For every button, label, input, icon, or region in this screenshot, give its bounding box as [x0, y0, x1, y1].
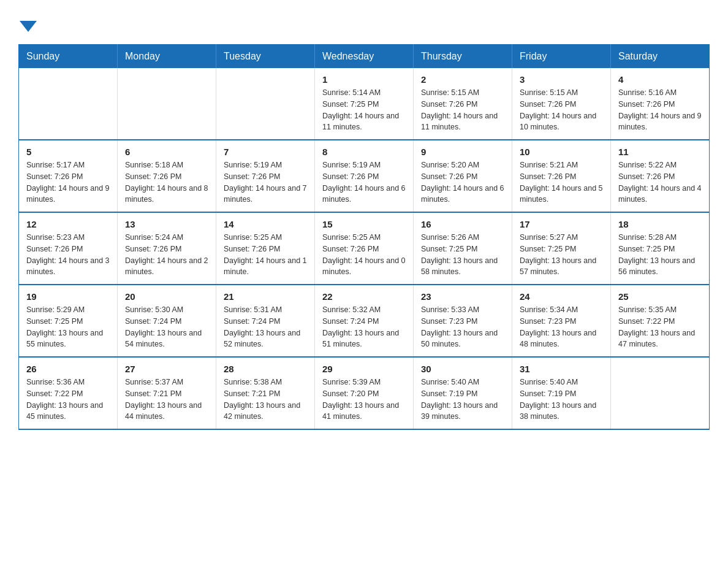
- calendar-cell: [19, 68, 118, 140]
- day-info: Sunrise: 5:25 AM Sunset: 7:26 PM Dayligh…: [224, 232, 307, 278]
- day-number: 6: [125, 147, 208, 157]
- day-info: Sunrise: 5:26 AM Sunset: 7:25 PM Dayligh…: [421, 232, 504, 278]
- day-number: 25: [618, 291, 702, 302]
- day-info: Sunrise: 5:22 AM Sunset: 7:26 PM Dayligh…: [618, 159, 702, 205]
- day-info: Sunrise: 5:16 AM Sunset: 7:26 PM Dayligh…: [618, 87, 702, 133]
- day-info: Sunrise: 5:15 AM Sunset: 7:26 PM Dayligh…: [421, 87, 504, 133]
- calendar-cell: 18Sunrise: 5:28 AM Sunset: 7:25 PM Dayli…: [611, 212, 710, 285]
- day-number: 30: [421, 364, 504, 374]
- calendar-cell: 31Sunrise: 5:40 AM Sunset: 7:19 PM Dayli…: [512, 357, 611, 429]
- calendar-cell: 2Sunrise: 5:15 AM Sunset: 7:26 PM Daylig…: [414, 68, 512, 140]
- day-info: Sunrise: 5:28 AM Sunset: 7:25 PM Dayligh…: [618, 232, 702, 278]
- calendar-cell: 24Sunrise: 5:34 AM Sunset: 7:23 PM Dayli…: [512, 285, 611, 357]
- day-info: Sunrise: 5:25 AM Sunset: 7:26 PM Dayligh…: [322, 232, 406, 278]
- calendar-cell: 3Sunrise: 5:15 AM Sunset: 7:26 PM Daylig…: [512, 68, 611, 140]
- day-info: Sunrise: 5:21 AM Sunset: 7:26 PM Dayligh…: [520, 159, 603, 205]
- day-number: 17: [520, 219, 603, 229]
- logo-triangle-icon: [20, 21, 37, 32]
- calendar-cell: 20Sunrise: 5:30 AM Sunset: 7:24 PM Dayli…: [118, 285, 216, 357]
- calendar-cell: 21Sunrise: 5:31 AM Sunset: 7:24 PM Dayli…: [216, 285, 315, 357]
- logo: [18, 18, 37, 32]
- day-info: Sunrise: 5:31 AM Sunset: 7:24 PM Dayligh…: [224, 304, 307, 350]
- day-info: Sunrise: 5:19 AM Sunset: 7:26 PM Dayligh…: [322, 159, 406, 205]
- calendar-cell: 17Sunrise: 5:27 AM Sunset: 7:25 PM Dayli…: [512, 212, 611, 285]
- day-info: Sunrise: 5:37 AM Sunset: 7:21 PM Dayligh…: [125, 377, 208, 423]
- day-number: 18: [618, 219, 702, 229]
- calendar-cell: 16Sunrise: 5:26 AM Sunset: 7:25 PM Dayli…: [414, 212, 512, 285]
- day-number: 27: [125, 364, 208, 374]
- day-number: 16: [421, 219, 504, 229]
- day-info: Sunrise: 5:19 AM Sunset: 7:26 PM Dayligh…: [224, 159, 307, 205]
- calendar-cell: 23Sunrise: 5:33 AM Sunset: 7:23 PM Dayli…: [414, 285, 512, 357]
- day-number: 1: [322, 74, 406, 85]
- day-number: 31: [520, 364, 603, 374]
- calendar-cell: [611, 357, 710, 429]
- week-row-3: 12Sunrise: 5:23 AM Sunset: 7:26 PM Dayli…: [19, 212, 710, 285]
- day-number: 9: [421, 147, 504, 157]
- day-info: Sunrise: 5:33 AM Sunset: 7:23 PM Dayligh…: [421, 304, 504, 350]
- calendar-cell: 5Sunrise: 5:17 AM Sunset: 7:26 PM Daylig…: [19, 140, 118, 212]
- week-row-4: 19Sunrise: 5:29 AM Sunset: 7:25 PM Dayli…: [19, 285, 710, 357]
- calendar-cell: 1Sunrise: 5:14 AM Sunset: 7:25 PM Daylig…: [315, 68, 414, 140]
- day-number: 4: [618, 74, 702, 85]
- day-number: 11: [618, 147, 702, 157]
- calendar-cell: 26Sunrise: 5:36 AM Sunset: 7:22 PM Dayli…: [19, 357, 118, 429]
- day-info: Sunrise: 5:20 AM Sunset: 7:26 PM Dayligh…: [421, 159, 504, 205]
- day-number: 22: [322, 291, 406, 302]
- day-number: 3: [520, 74, 603, 85]
- day-number: 2: [421, 74, 504, 85]
- day-number: 26: [26, 364, 110, 374]
- day-number: 29: [322, 364, 406, 374]
- calendar-cell: 14Sunrise: 5:25 AM Sunset: 7:26 PM Dayli…: [216, 212, 315, 285]
- day-number: 8: [322, 147, 406, 157]
- day-number: 23: [421, 291, 504, 302]
- calendar-cell: [118, 68, 216, 140]
- calendar-table: SundayMondayTuesdayWednesdayThursdayFrid…: [18, 44, 710, 430]
- day-info: Sunrise: 5:35 AM Sunset: 7:22 PM Dayligh…: [618, 304, 702, 350]
- calendar-cell: 13Sunrise: 5:24 AM Sunset: 7:26 PM Dayli…: [118, 212, 216, 285]
- week-row-1: 1Sunrise: 5:14 AM Sunset: 7:25 PM Daylig…: [19, 68, 710, 140]
- calendar-cell: 7Sunrise: 5:19 AM Sunset: 7:26 PM Daylig…: [216, 140, 315, 212]
- calendar-cell: 8Sunrise: 5:19 AM Sunset: 7:26 PM Daylig…: [315, 140, 414, 212]
- header-thursday: Thursday: [414, 45, 512, 69]
- day-info: Sunrise: 5:24 AM Sunset: 7:26 PM Dayligh…: [125, 232, 208, 278]
- header-sunday: Sunday: [19, 45, 118, 69]
- day-number: 15: [322, 219, 406, 229]
- day-number: 19: [26, 291, 110, 302]
- page-header: [18, 18, 710, 32]
- day-info: Sunrise: 5:18 AM Sunset: 7:26 PM Dayligh…: [125, 159, 208, 205]
- calendar-cell: 15Sunrise: 5:25 AM Sunset: 7:26 PM Dayli…: [315, 212, 414, 285]
- day-number: 10: [520, 147, 603, 157]
- header-tuesday: Tuesday: [216, 45, 315, 69]
- day-number: 5: [26, 147, 110, 157]
- day-info: Sunrise: 5:29 AM Sunset: 7:25 PM Dayligh…: [26, 304, 110, 350]
- day-number: 21: [224, 291, 307, 302]
- calendar-cell: 28Sunrise: 5:38 AM Sunset: 7:21 PM Dayli…: [216, 357, 315, 429]
- day-info: Sunrise: 5:23 AM Sunset: 7:26 PM Dayligh…: [26, 232, 110, 278]
- calendar-cell: 9Sunrise: 5:20 AM Sunset: 7:26 PM Daylig…: [414, 140, 512, 212]
- calendar-cell: 29Sunrise: 5:39 AM Sunset: 7:20 PM Dayli…: [315, 357, 414, 429]
- header-saturday: Saturday: [611, 45, 710, 69]
- day-number: 13: [125, 219, 208, 229]
- day-number: 14: [224, 219, 307, 229]
- calendar-cell: 11Sunrise: 5:22 AM Sunset: 7:26 PM Dayli…: [611, 140, 710, 212]
- day-info: Sunrise: 5:36 AM Sunset: 7:22 PM Dayligh…: [26, 377, 110, 423]
- day-info: Sunrise: 5:34 AM Sunset: 7:23 PM Dayligh…: [520, 304, 603, 350]
- calendar-cell: 27Sunrise: 5:37 AM Sunset: 7:21 PM Dayli…: [118, 357, 216, 429]
- calendar-cell: 6Sunrise: 5:18 AM Sunset: 7:26 PM Daylig…: [118, 140, 216, 212]
- calendar-cell: 30Sunrise: 5:40 AM Sunset: 7:19 PM Dayli…: [414, 357, 512, 429]
- day-number: 28: [224, 364, 307, 374]
- day-number: 20: [125, 291, 208, 302]
- day-info: Sunrise: 5:15 AM Sunset: 7:26 PM Dayligh…: [520, 87, 603, 133]
- day-info: Sunrise: 5:30 AM Sunset: 7:24 PM Dayligh…: [125, 304, 208, 350]
- week-row-5: 26Sunrise: 5:36 AM Sunset: 7:22 PM Dayli…: [19, 357, 710, 429]
- header-friday: Friday: [512, 45, 611, 69]
- day-info: Sunrise: 5:40 AM Sunset: 7:19 PM Dayligh…: [520, 377, 603, 423]
- header-wednesday: Wednesday: [315, 45, 414, 69]
- calendar-cell: [216, 68, 315, 140]
- day-info: Sunrise: 5:39 AM Sunset: 7:20 PM Dayligh…: [322, 377, 406, 423]
- day-info: Sunrise: 5:27 AM Sunset: 7:25 PM Dayligh…: [520, 232, 603, 278]
- header-monday: Monday: [118, 45, 216, 69]
- calendar-cell: 22Sunrise: 5:32 AM Sunset: 7:24 PM Dayli…: [315, 285, 414, 357]
- week-row-2: 5Sunrise: 5:17 AM Sunset: 7:26 PM Daylig…: [19, 140, 710, 212]
